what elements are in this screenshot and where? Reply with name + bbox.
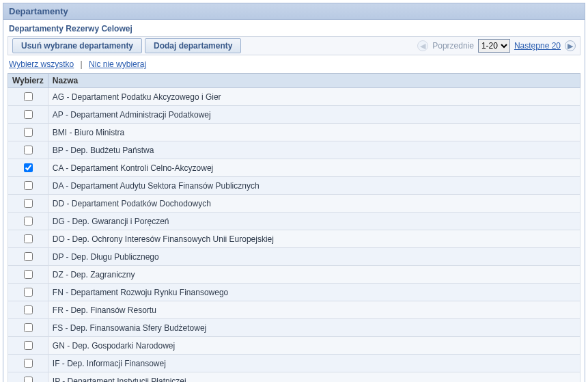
table-row: FR - Dep. Finansów Resortu: [8, 301, 580, 319]
departments-table: Wybierz Nazwa AG - Departament Podatku A…: [8, 73, 580, 382]
row-select-checkbox[interactable]: [24, 341, 33, 350]
row-name-cell: BMI - Biuro Ministra: [48, 124, 580, 141]
table-row: BP - Dep. Budżetu Państwa: [8, 141, 580, 159]
previous-label: Poprzednie: [432, 41, 474, 51]
row-select-checkbox[interactable]: [24, 323, 33, 332]
row-name-cell: FS - Dep. Finansowania Sfery Budżetowej: [48, 319, 580, 337]
table-row: DG - Dep. Gwarancji i Poręczeń: [8, 213, 580, 230]
table-row: FS - Dep. Finansowania Sfery Budżetowej: [8, 319, 580, 337]
row-select-cell: [8, 230, 48, 248]
panel-subtitle: Departamenty Rezerwy Celowej: [3, 20, 585, 36]
row-select-cell: [8, 337, 48, 355]
row-select-checkbox[interactable]: [24, 270, 33, 279]
row-name-cell: CA - Departament Kontroli Celno-Akcyzowe…: [48, 159, 580, 177]
row-select-checkbox[interactable]: [24, 199, 33, 208]
select-none-link[interactable]: Nic nie wybieraj: [89, 59, 146, 69]
row-select-cell: [8, 266, 48, 284]
next-icon[interactable]: ▶: [565, 40, 576, 51]
row-select-cell: [8, 372, 48, 383]
table-row: CA - Departament Kontroli Celno-Akcyzowe…: [8, 159, 580, 177]
row-name-cell: DG - Dep. Gwarancji i Poręczeń: [48, 213, 580, 230]
row-select-checkbox[interactable]: [24, 288, 33, 297]
row-select-checkbox[interactable]: [24, 359, 33, 368]
table-row: AP - Departament Administracji Podatkowe…: [8, 106, 580, 124]
row-name-cell: GN - Dep. Gospodarki Narodowej: [48, 337, 580, 355]
row-select-cell: [8, 355, 48, 372]
row-name-cell: DO - Dep. Ochrony Interesów Finansowych …: [48, 230, 580, 248]
select-all-link[interactable]: Wybierz wszystko: [9, 59, 74, 69]
table-row: DD - Departament Podatków Dochodowych: [8, 195, 580, 213]
select-links: Wybierz wszystko | Nic nie wybieraj: [3, 58, 585, 73]
row-select-cell: [8, 195, 48, 213]
row-name-cell: IF - Dep. Informacji Finansowej: [48, 355, 580, 372]
row-select-checkbox[interactable]: [24, 92, 33, 101]
table-row: GN - Dep. Gospodarki Narodowej: [8, 337, 580, 355]
table-row: BMI - Biuro Ministra: [8, 124, 580, 141]
row-select-cell: [8, 319, 48, 337]
row-select-cell: [8, 88, 48, 106]
row-select-cell: [8, 177, 48, 195]
row-name-cell: FR - Dep. Finansów Resortu: [48, 301, 580, 319]
row-select-checkbox[interactable]: [24, 252, 33, 261]
row-select-cell: [8, 248, 48, 266]
previous-icon: ◀: [417, 40, 428, 51]
table-row: DZ - Dep. Zagraniczny: [8, 266, 580, 284]
panel-title: Departamenty: [3, 3, 585, 20]
row-name-cell: BP - Dep. Budżetu Państwa: [48, 141, 580, 159]
table-row: DO - Dep. Ochrony Interesów Finansowych …: [8, 230, 580, 248]
row-select-cell: [8, 301, 48, 319]
separator: |: [76, 59, 87, 69]
pager-top: ◀ Poprzednie 1-20 Następne 20 ▶: [417, 39, 576, 53]
table-row: IP - Departament Instytucji Płatniczej: [8, 372, 580, 383]
next-link[interactable]: Następne 20: [514, 41, 561, 51]
col-select-header: Wybierz: [8, 74, 48, 88]
row-select-cell: [8, 141, 48, 159]
row-select-checkbox[interactable]: [24, 217, 33, 226]
row-select-cell: [8, 213, 48, 230]
row-select-checkbox[interactable]: [24, 305, 33, 314]
row-name-cell: DZ - Dep. Zagraniczny: [48, 266, 580, 284]
col-name-header: Nazwa: [48, 74, 580, 88]
row-name-cell: DD - Departament Podatków Dochodowych: [48, 195, 580, 213]
row-name-cell: DP - Dep. Długu Publicznego: [48, 248, 580, 266]
table-row: DP - Dep. Długu Publicznego: [8, 248, 580, 266]
delete-selected-button[interactable]: Usuń wybrane departamenty: [12, 38, 142, 53]
departments-panel: Departamenty Departamenty Rezerwy Celowe…: [3, 3, 585, 382]
table-row: FN - Departament Rozwoju Rynku Finansowe…: [8, 284, 580, 301]
row-select-checkbox[interactable]: [24, 234, 33, 243]
row-select-checkbox[interactable]: [24, 128, 33, 137]
row-select-checkbox[interactable]: [24, 181, 33, 190]
row-select-cell: [8, 284, 48, 301]
range-select[interactable]: 1-20: [478, 39, 510, 53]
row-select-checkbox[interactable]: [24, 377, 33, 382]
row-name-cell: IP - Departament Instytucji Płatniczej: [48, 372, 580, 383]
row-name-cell: AG - Departament Podatku Akcyzowego i Gi…: [48, 88, 580, 106]
toolbar-top: Usuń wybrane departamenty Dodaj departam…: [8, 36, 580, 55]
row-name-cell: FN - Departament Rozwoju Rynku Finansowe…: [48, 284, 580, 301]
row-select-cell: [8, 106, 48, 124]
row-name-cell: DA - Departament Audytu Sektora Finansów…: [48, 177, 580, 195]
add-departments-button[interactable]: Dodaj departamenty: [145, 38, 241, 53]
row-select-checkbox[interactable]: [24, 110, 33, 119]
row-name-cell: AP - Departament Administracji Podatkowe…: [48, 106, 580, 124]
row-select-cell: [8, 159, 48, 177]
row-select-cell: [8, 124, 48, 141]
table-row: IF - Dep. Informacji Finansowej: [8, 355, 580, 372]
row-select-checkbox[interactable]: [24, 146, 33, 154]
table-row: AG - Departament Podatku Akcyzowego i Gi…: [8, 88, 580, 106]
table-row: DA - Departament Audytu Sektora Finansów…: [8, 177, 580, 195]
row-select-checkbox[interactable]: [24, 163, 33, 172]
